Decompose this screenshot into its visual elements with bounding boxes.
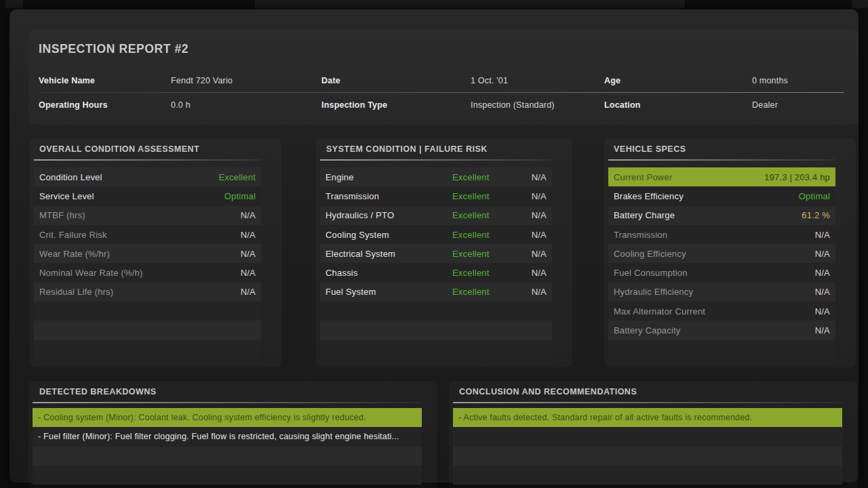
info-value-inspection-type: Inspection (Standard)	[471, 100, 555, 110]
row-label: Current Power	[614, 172, 672, 182]
panel-underline	[453, 402, 842, 403]
empty-row[interactable]	[34, 302, 261, 321]
row-label: Residual Life (hrs)	[39, 287, 113, 297]
table-row[interactable]: Hydraulic EfficiencyN/A	[608, 283, 835, 302]
row-label: Electrical System	[326, 249, 452, 259]
info-label-age: Age	[604, 76, 620, 85]
panel-title-breakdowns: DETECTED BREAKDOWNS	[39, 387, 157, 396]
info-value-location: Dealer	[752, 100, 778, 110]
empty-row[interactable]	[608, 340, 835, 359]
info-value-date: 1 Oct. '01	[471, 76, 508, 85]
table-row[interactable]: Cooling EfficiencyN/A	[608, 244, 835, 263]
table-row[interactable]: Condition LevelExcellent	[34, 167, 261, 186]
empty-row[interactable]	[33, 447, 422, 466]
panel-vehicle-specs: VEHICLE SPECS Current Power197.3 | 203.4…	[604, 138, 856, 367]
report-header-card: INSPECTION REPORT #2	[28, 30, 859, 125]
panel-title-specs: VEHICLE SPECS	[614, 144, 686, 154]
list-item[interactable]: - Active faults detected. Standard repai…	[453, 408, 842, 427]
table-row[interactable]: Crit. Failure RiskN/A	[34, 225, 261, 244]
system-condition-list: EngineExcellentN/ATransmissionExcellentN…	[320, 167, 552, 359]
row-risk-value: N/A	[532, 191, 547, 201]
panel-detected-breakdowns: DETECTED BREAKDOWNS - Cooling system (Mi…	[28, 381, 437, 488]
table-row[interactable]: Current Power197.3 | 203.4 hp	[608, 167, 835, 186]
row-value: N/A	[815, 306, 830, 317]
table-row[interactable]: Electrical SystemExcellentN/A	[320, 244, 552, 263]
panel-title-conclusion: CONCLUSION AND RECOMMENDATIONS	[459, 387, 637, 396]
row-value: N/A	[815, 287, 830, 297]
table-row[interactable]: Battery CapacityN/A	[608, 321, 835, 340]
row-label: Hydraulics / PTO	[326, 210, 452, 220]
table-row[interactable]: Fuel ConsumptionN/A	[608, 263, 835, 282]
panel-system-condition: SYSTEM CONDITION | FAILURE RISK EngineEx…	[316, 138, 572, 367]
empty-row[interactable]	[34, 321, 261, 340]
table-row[interactable]: Wear Rate (%/hr)N/A	[34, 244, 261, 263]
info-label-vehicle-name: Vehicle Name	[39, 76, 95, 85]
list-item-text: - Cooling system (Minor): Coolant leak. …	[38, 413, 366, 422]
row-value: 61.2 %	[802, 210, 830, 220]
row-value: Optimal	[799, 191, 830, 201]
inspection-report-dialog: INSPECTION REPORT #2 Vehicle Name Fendt …	[9, 9, 859, 483]
row-value: Excellent	[218, 172, 256, 182]
panel-underline	[320, 159, 552, 161]
row-value: 197.3 | 203.4 hp	[764, 172, 830, 182]
list-item-text: - Fuel filter (Minor): Fuel filter clogg…	[38, 432, 399, 441]
row-label: Cooling System	[326, 230, 452, 240]
info-value-operating-hours: 0.0 h	[171, 100, 191, 110]
table-row[interactable]: Brakes EfficiencyOptimal	[608, 186, 835, 205]
list-item-text: - Active faults detected. Standard repai…	[458, 413, 752, 422]
background-tab-left	[5, 0, 23, 8]
table-row[interactable]: EngineExcellentN/A	[320, 167, 552, 186]
info-label-date: Date	[321, 76, 340, 85]
table-row[interactable]: Residual Life (hrs)N/A	[34, 283, 261, 302]
table-row[interactable]: Battery Charge61.2 %	[608, 206, 835, 225]
row-risk-value: N/A	[532, 230, 547, 240]
row-label: Fuel System	[326, 287, 452, 297]
background-tab-center	[255, 0, 685, 8]
table-row[interactable]: TransmissionExcellentN/A	[320, 186, 552, 205]
row-state-value: Excellent	[452, 191, 532, 201]
table-row[interactable]: Cooling SystemExcellentN/A	[320, 225, 552, 244]
row-risk-value: N/A	[532, 287, 547, 297]
row-label: Nominal Wear Rate (%/h)	[39, 268, 142, 278]
row-label: Service Level	[39, 191, 94, 201]
row-state-value: Excellent	[452, 230, 532, 240]
detected-breakdowns-list: - Cooling system (Minor): Coolant leak. …	[33, 408, 422, 485]
info-label-operating-hours: Operating Hours	[39, 100, 108, 110]
row-label: Transmission	[614, 230, 667, 240]
conclusion-list: - Active faults detected. Standard repai…	[453, 408, 842, 485]
list-item[interactable]: - Fuel filter (Minor): Fuel filter clogg…	[33, 427, 422, 446]
table-row[interactable]: Hydraulics / PTOExcellentN/A	[320, 206, 552, 225]
row-value: Optimal	[224, 191, 256, 201]
row-state-value: Excellent	[452, 210, 532, 220]
table-row[interactable]: Service LevelOptimal	[34, 186, 261, 205]
table-row[interactable]: Max Alternator CurrentN/A	[608, 302, 835, 321]
row-value: N/A	[815, 249, 830, 259]
panel-underline	[33, 402, 422, 403]
row-state-value: Excellent	[452, 249, 532, 259]
row-value: N/A	[241, 249, 256, 259]
info-value-vehicle-name: Fendt 720 Vario	[171, 76, 233, 85]
empty-row[interactable]	[320, 302, 552, 321]
empty-row[interactable]	[33, 466, 422, 485]
empty-row[interactable]	[34, 340, 261, 359]
panel-underline	[34, 159, 261, 161]
empty-row[interactable]	[453, 466, 842, 485]
empty-row[interactable]	[453, 427, 842, 446]
row-value: N/A	[815, 230, 830, 240]
empty-row[interactable]	[320, 340, 552, 359]
table-row[interactable]: MTBF (hrs)N/A	[34, 206, 261, 225]
table-row[interactable]: Fuel SystemExcellentN/A	[320, 283, 552, 302]
row-label: Battery Capacity	[614, 325, 681, 336]
row-value: N/A	[815, 268, 830, 278]
table-row[interactable]: TransmissionN/A	[608, 225, 835, 244]
table-row[interactable]: ChassisExcellentN/A	[320, 263, 552, 282]
empty-row[interactable]	[453, 447, 842, 466]
row-label: Cooling Efficiency	[614, 249, 686, 259]
table-row[interactable]: Nominal Wear Rate (%/h)N/A	[34, 263, 261, 282]
empty-row[interactable]	[320, 321, 552, 340]
overall-condition-list: Condition LevelExcellentService LevelOpt…	[34, 167, 261, 359]
row-value: N/A	[241, 210, 256, 220]
vehicle-specs-list: Current Power197.3 | 203.4 hpBrakes Effi…	[608, 167, 835, 359]
list-item[interactable]: - Cooling system (Minor): Coolant leak. …	[33, 408, 422, 427]
row-label: Crit. Failure Risk	[39, 230, 107, 240]
